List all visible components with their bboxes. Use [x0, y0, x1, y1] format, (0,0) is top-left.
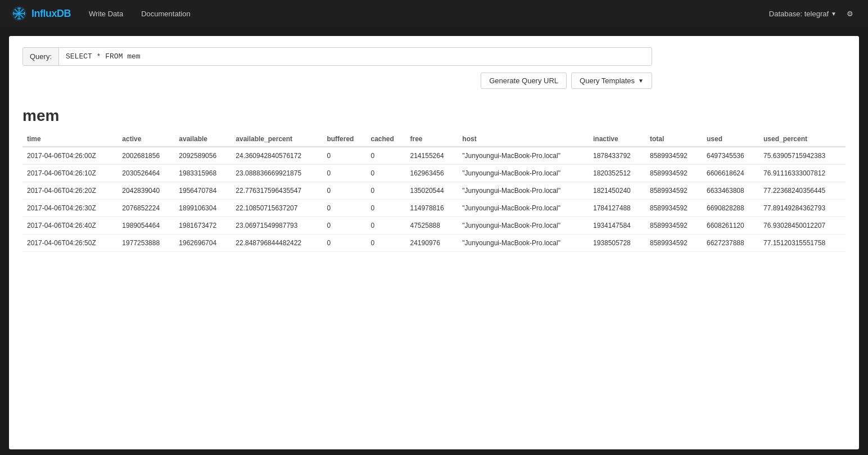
- database-selector[interactable]: Database: telegraf ▼: [769, 10, 837, 18]
- table-row: 2017-04-06T04:26:40Z19890544641981673472…: [22, 217, 846, 235]
- cell-host: "Junyoungui-MacBook-Pro.local": [458, 217, 589, 235]
- cell-available: 1962696704: [174, 235, 231, 252]
- query-input[interactable]: [59, 48, 652, 65]
- cell-total: 8589934592: [645, 217, 702, 235]
- cell-buffered: 0: [322, 217, 366, 235]
- cell-buffered: 0: [322, 200, 366, 217]
- cell-host: "Junyoungui-MacBook-Pro.local": [458, 200, 589, 217]
- cell-free: 24190976: [406, 235, 458, 252]
- main-content: Query: Generate Query URL Query Template…: [9, 36, 859, 449]
- cell-time: 2017-04-06T04:26:20Z: [22, 182, 117, 200]
- table-row: 2017-04-06T04:26:30Z20768522241899106304…: [22, 200, 846, 217]
- table-row: 2017-04-06T04:26:00Z20026818562092589056…: [22, 147, 846, 165]
- col-used: used: [702, 132, 759, 147]
- table-body: 2017-04-06T04:26:00Z20026818562092589056…: [22, 147, 846, 252]
- svg-text:∞: ∞: [15, 11, 19, 17]
- cell-total: 8589934592: [645, 165, 702, 182]
- navbar-right: Database: telegraf ▼ ⚙: [769, 7, 857, 20]
- cell-buffered: 0: [322, 147, 366, 165]
- query-label: Query:: [23, 48, 59, 65]
- cell-available_percent: 23.088836669921875: [231, 165, 322, 182]
- cell-active: 2030526464: [117, 165, 174, 182]
- table-row: 2017-04-06T04:26:50Z19772538881962696704…: [22, 235, 846, 252]
- cell-total: 8589934592: [645, 235, 702, 252]
- brand-name: InfluxDB: [31, 8, 71, 20]
- chevron-down-icon: ▼: [638, 78, 644, 84]
- cell-active: 2002681856: [117, 147, 174, 165]
- cell-free: 162963456: [406, 165, 458, 182]
- col-used-percent: used_percent: [759, 132, 846, 147]
- cell-host: "Junyoungui-MacBook-Pro.local": [458, 235, 589, 252]
- cell-time: 2017-04-06T04:26:30Z: [22, 200, 117, 217]
- cell-available: 2092589056: [174, 147, 231, 165]
- write-data-link[interactable]: Write Data: [89, 10, 123, 18]
- brand-logo-icon: ∞: [11, 6, 27, 21]
- cell-active: 2076852224: [117, 200, 174, 217]
- cell-cached: 0: [367, 200, 406, 217]
- cell-used: 6633463808: [702, 182, 759, 200]
- cell-used: 6608261120: [702, 217, 759, 235]
- col-total: total: [645, 132, 702, 147]
- col-active: active: [117, 132, 174, 147]
- cell-free: 214155264: [406, 147, 458, 165]
- section-title: mem: [22, 107, 846, 125]
- cell-active: 2042839040: [117, 182, 174, 200]
- cell-inactive: 1784127488: [589, 200, 645, 217]
- cell-inactive: 1820352512: [589, 165, 645, 182]
- cell-buffered: 0: [322, 182, 366, 200]
- cell-available: 1956470784: [174, 182, 231, 200]
- cell-host: "Junyoungui-MacBook-Pro.local": [458, 165, 589, 182]
- cell-active: 1989054464: [117, 217, 174, 235]
- cell-used: 6497345536: [702, 147, 759, 165]
- cell-host: "Junyoungui-MacBook-Pro.local": [458, 182, 589, 200]
- cell-time: 2017-04-06T04:26:50Z: [22, 235, 117, 252]
- query-templates-button[interactable]: Query Templates ▼: [571, 73, 652, 89]
- cell-used_percent: 75.63905715942383: [759, 147, 846, 165]
- cell-cached: 0: [367, 165, 406, 182]
- cell-used_percent: 77.89149284362793: [759, 200, 846, 217]
- col-free: free: [406, 132, 458, 147]
- cell-time: 2017-04-06T04:26:40Z: [22, 217, 117, 235]
- cell-inactive: 1821450240: [589, 182, 645, 200]
- cell-inactive: 1934147584: [589, 217, 645, 235]
- cell-cached: 0: [367, 235, 406, 252]
- generate-query-url-button[interactable]: Generate Query URL: [481, 73, 567, 89]
- cell-total: 8589934592: [645, 147, 702, 165]
- cell-free: 114978816: [406, 200, 458, 217]
- action-row: Generate Query URL Query Templates ▼: [22, 73, 652, 89]
- cell-available: 1899106304: [174, 200, 231, 217]
- documentation-link[interactable]: Documentation: [141, 10, 190, 18]
- data-table: time active available available_percent …: [22, 132, 846, 252]
- col-available-percent: available_percent: [231, 132, 322, 147]
- cell-cached: 0: [367, 182, 406, 200]
- col-buffered: buffered: [322, 132, 366, 147]
- col-time: time: [22, 132, 117, 147]
- cell-available_percent: 24.360942840576172: [231, 147, 322, 165]
- query-templates-label: Query Templates: [580, 76, 635, 85]
- col-available: available: [174, 132, 231, 147]
- col-cached: cached: [367, 132, 406, 147]
- cell-cached: 0: [367, 147, 406, 165]
- cell-time: 2017-04-06T04:26:10Z: [22, 165, 117, 182]
- table-header: time active available available_percent …: [22, 132, 846, 147]
- cell-available_percent: 22.10850715637207: [231, 200, 322, 217]
- cell-buffered: 0: [322, 165, 366, 182]
- cell-available_percent: 23.06971549987793: [231, 217, 322, 235]
- cell-available_percent: 22.776317596435547: [231, 182, 322, 200]
- cell-used: 6690828288: [702, 200, 759, 217]
- brand: ∞ InfluxDB: [11, 6, 71, 21]
- settings-button[interactable]: ⚙: [843, 7, 857, 20]
- table-header-row: time active available available_percent …: [22, 132, 846, 147]
- cell-cached: 0: [367, 217, 406, 235]
- cell-free: 47525888: [406, 217, 458, 235]
- navbar-left: ∞ InfluxDB Write Data Documentation: [11, 6, 191, 21]
- chevron-down-icon: ▼: [831, 11, 837, 17]
- cell-available_percent: 22.848796844482422: [231, 235, 322, 252]
- cell-used: 6627237888: [702, 235, 759, 252]
- cell-inactive: 1938505728: [589, 235, 645, 252]
- cell-total: 8589934592: [645, 182, 702, 200]
- col-host: host: [458, 132, 589, 147]
- cell-free: 135020544: [406, 182, 458, 200]
- cell-active: 1977253888: [117, 235, 174, 252]
- database-selector-label: Database: telegraf: [769, 10, 829, 18]
